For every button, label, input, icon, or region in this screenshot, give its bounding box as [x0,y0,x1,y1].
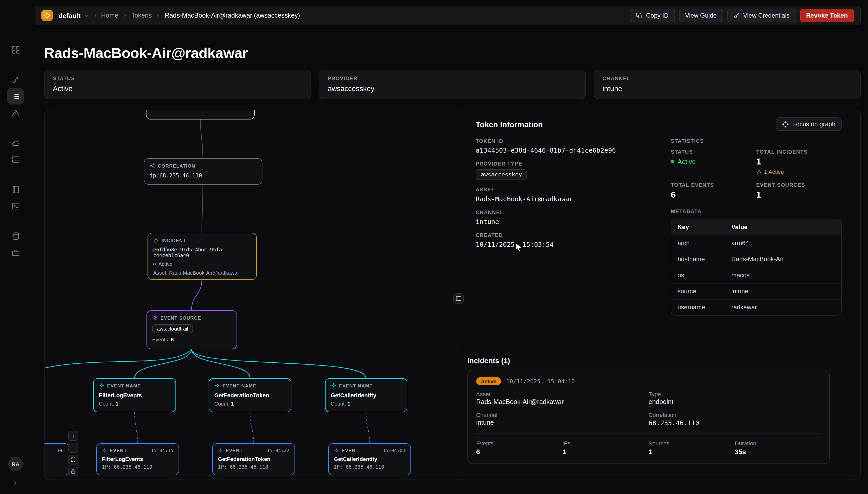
event-name: FilterLogEvents [102,456,173,462]
zoom-in-button[interactable]: + [68,431,78,441]
incident-asset-value: Rads-MacBook-Air@radkawar [476,398,649,405]
panel-left-icon [456,296,462,302]
event-name-value: GetCallerIdentity [331,392,402,398]
summary-cards: STATUS Active PROVIDER awsaccesskey CHAN… [44,70,861,99]
channel-value: intune [476,218,671,226]
event-name-count: Count: 1 [331,401,402,406]
workspace-name: default [58,12,80,19]
incidents-title: Incidents (1) [467,356,830,365]
incident-sources-value: 1 [649,448,735,456]
stat-incidents-active: 1 Active [764,169,784,175]
sidebar-item-tokens[interactable] [7,88,24,104]
incident-node-id: e6fdb68e-91d5-4b6c-95fa-c44ceb1c6a40 [153,247,251,258]
graph-node-event-2[interactable]: EVENT 15:04:22 GetFederationToken IP: 68… [212,443,295,475]
event-source-node-label: EVENT SOURCE [161,315,201,320]
graph-node-event-1[interactable]: EVENT 15:04:15 FilterLogEvents IP: 68.23… [96,443,179,475]
metadata-table: Key Value archarm64 hostnameRads-MacBook… [671,219,842,316]
incident-channel-label: Channel [476,412,649,418]
graph-node-correlation[interactable]: CORRELATION ip:68.235.46.110 [144,158,262,185]
sidebar-expand-button[interactable] [9,476,22,489]
event-source-name-badge: aws.cloudtrail [152,324,193,333]
token-information-section: Token Information Focus on graph TOKEN I… [459,110,860,350]
pane-divider [459,110,459,479]
breadcrumb-tokens[interactable]: Tokens [131,12,152,19]
chevron-down-icon [83,13,89,18]
incident-timestamp: 10/11/2025, 15:04:10 [506,378,575,385]
status-card-value: Active [53,84,302,93]
server-stack-icon [11,155,20,164]
page-title: Rads-MacBook-Air@radkawar [44,45,868,61]
stat-status-value: Active [678,158,696,166]
incident-events-label: Events [476,440,562,446]
detail-pane: Token Information Focus on graph TOKEN I… [459,110,860,479]
chevron-right-icon [122,13,128,18]
copy-id-button[interactable]: Copy ID [630,9,675,22]
token-detail-panel: CORRELATION ip:68.235.46.110 INCIDENT e6… [44,110,861,480]
focus-on-graph-button[interactable]: Focus on graph [776,117,842,131]
view-credentials-button[interactable]: View Credentials [727,9,796,22]
copy-id-label: Copy ID [646,12,668,19]
view-guide-button[interactable]: View Guide [679,9,723,22]
metadata-row: hostnameRads-MacBook-Air [671,251,841,267]
collapse-panel-button[interactable] [454,293,464,304]
graph-node-event-name-2[interactable]: EVENT NAME GetFederationToken Count: 1 [208,378,291,412]
breadcrumb-home[interactable]: Home [101,12,118,19]
green-dot-icon [671,160,675,164]
provider-card-value: awsaccesskey [328,84,577,93]
graph-node-event-partial[interactable]: 06 [44,443,69,475]
graph-node-event-name-3[interactable]: EVENT NAME GetCallerIdentity Count: 1 [325,378,407,412]
incident-card[interactable]: Active 10/11/2025, 15:04:10 Asset Rads-M… [467,370,830,464]
sidebar-item-console[interactable] [7,197,24,214]
incident-ips-value: 1 [562,448,649,456]
graph-node-token-cutoff[interactable] [146,110,255,119]
fit-view-button[interactable] [68,455,78,464]
user-avatar[interactable]: RA [8,457,23,471]
breadcrumb: Home Tokens Rads-MacBook-Air@radkawar (a… [101,12,300,19]
cloud-icon [11,138,20,147]
stat-total-incidents-label: TOTAL INCIDENTS [756,149,842,155]
sidebar-item-keys[interactable] [7,71,24,88]
sparkle-icon [218,448,223,453]
sidebar-item-sources[interactable] [7,151,24,168]
workspace-switcher[interactable]: default [57,11,90,20]
graph-node-event-source[interactable]: EVENT SOURCE aws.cloudtrail Events: 6 [147,310,237,349]
topbar: default / Home Tokens Rads-MacBook-Air@r… [35,6,861,25]
incident-node-label: INCIDENT [162,238,186,243]
event-node-label: EVENT [226,448,243,453]
diamond-logo-icon [43,12,51,19]
sidebar-item-dashboard[interactable] [7,41,24,58]
count-label: Count: [99,401,114,406]
incident-sources-label: Sources [649,440,735,446]
incidents-section: Incidents (1) Active 10/11/2025, 15:04:1… [459,350,860,464]
event-time: 15:04:22 [267,448,289,453]
graph-node-event-name-1[interactable]: EVENT NAME FilterLogEvents Count: 1 [93,378,176,412]
token-graph[interactable]: CORRELATION ip:68.235.46.110 INCIDENT e6… [44,110,459,479]
sidebar-item-data[interactable] [7,228,24,244]
copy-icon [636,12,643,19]
count-value: 1 [348,401,350,406]
sidebar-item-cloud[interactable] [7,134,24,151]
metadata-col-key: Key [671,219,725,235]
app-logo[interactable] [41,10,53,21]
sidebar-item-docs[interactable] [7,181,24,197]
metadata-header: METADATA [671,208,842,214]
stat-total-events-value: 6 [671,190,756,200]
notebook-icon [11,185,20,194]
revoke-token-button[interactable]: Revoke Token [800,9,854,22]
lock-button[interactable] [68,467,78,476]
warning-icon [153,238,159,243]
graph-node-event-3[interactable]: EVENT 15:04:03 GetCallerIdentity IP: 68.… [328,443,411,475]
stat-event-sources: EVENT SOURCES 1 [756,182,842,200]
chevron-right-icon [13,479,19,486]
zoom-out-button[interactable]: − [68,443,78,453]
channel-label: CHANNEL [476,209,671,215]
incident-type-value: endpoint [649,398,821,405]
status-ring-icon [153,263,156,265]
graph-node-incident[interactable]: INCIDENT e6fdb68e-91d5-4b6c-95fa-c44ceb1… [148,233,257,280]
token-id-label: TOKEN ID [476,138,671,144]
event-name-node-label: EVENT NAME [223,383,257,388]
sidebar-item-tools[interactable] [7,244,24,261]
dashboard-grid-icon [11,45,20,54]
zap-icon [152,315,158,321]
sidebar-item-incidents[interactable] [7,104,24,121]
